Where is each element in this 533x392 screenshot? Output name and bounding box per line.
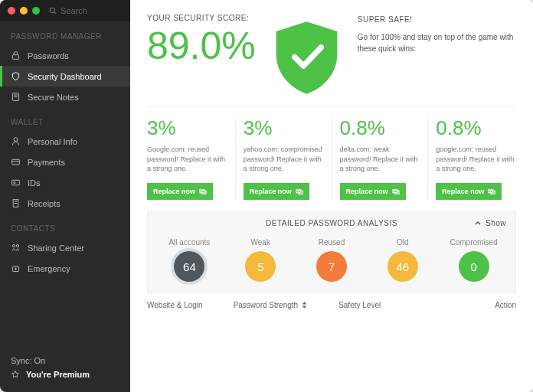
quick-win-card: 3% Google.com: reused password! Replace … bbox=[147, 116, 236, 200]
card-description: yahoo.com: compromised password! Replace… bbox=[244, 145, 324, 177]
svg-point-0 bbox=[50, 8, 54, 12]
analysis-weak[interactable]: Weak 5 bbox=[225, 238, 296, 282]
quick-wins-cards: 3% Google.com: reused password! Replace … bbox=[130, 107, 533, 211]
safety-tip: SUPER SAFE! Go for 100% and stay on top … bbox=[358, 14, 516, 97]
chevron-up-icon bbox=[474, 220, 482, 227]
search-icon bbox=[49, 7, 57, 15]
analysis-compromised[interactable]: Compromised 0 bbox=[438, 238, 509, 282]
premium-status: You're Premium bbox=[11, 368, 119, 381]
emergency-icon bbox=[11, 263, 21, 273]
shield-icon bbox=[11, 71, 21, 81]
sidebar-item-security-dashboard[interactable]: Security Dashboard bbox=[0, 66, 130, 87]
security-score: YOUR SECURITY SCORE: 89.0% bbox=[147, 14, 256, 97]
sidebar-item-emergency[interactable]: Emergency bbox=[0, 258, 130, 279]
sidebar-item-label: Emergency bbox=[28, 264, 70, 273]
card-percentage: 3% bbox=[147, 116, 227, 140]
search-input[interactable]: Search bbox=[49, 6, 123, 15]
analysis-toggle[interactable]: Show bbox=[474, 219, 506, 227]
sidebar-item-label: Secure Notes bbox=[28, 93, 79, 102]
card-description: Google.com: reused password! Replace it … bbox=[147, 145, 227, 177]
id-icon bbox=[11, 178, 21, 188]
window-titlebar: Search bbox=[0, 0, 130, 21]
analysis-circles: All accounts 64 Weak 5 Reused 7 Old 46 C… bbox=[148, 235, 515, 292]
sidebar-item-label: Passwords bbox=[28, 51, 69, 60]
replace-icon bbox=[392, 188, 400, 194]
sidebar-item-secure-notes[interactable]: Secure Notes bbox=[0, 87, 130, 107]
search-placeholder: Search bbox=[60, 6, 87, 15]
sidebar: Search PASSWORD MANAGER Passwords Securi… bbox=[0, 0, 130, 392]
replace-button[interactable]: Replace now bbox=[340, 183, 406, 200]
replace-icon bbox=[199, 188, 207, 194]
table-header-strength[interactable]: Password Strength bbox=[234, 301, 309, 309]
sidebar-item-passwords[interactable]: Passwords bbox=[0, 45, 130, 66]
replace-button[interactable]: Replace now bbox=[436, 183, 502, 200]
card-percentage: 0.8% bbox=[436, 116, 516, 140]
card-percentage: 3% bbox=[244, 116, 324, 140]
sidebar-item-label: Receipts bbox=[28, 199, 60, 208]
sync-status: Sync: On bbox=[11, 354, 119, 368]
card-percentage: 0.8% bbox=[340, 116, 420, 140]
analysis-all-accounts[interactable]: All accounts 64 bbox=[154, 238, 225, 282]
table-headers: Website & Login Password Strength Safety… bbox=[130, 293, 533, 309]
safe-title: SUPER SAFE! bbox=[358, 15, 516, 24]
note-icon bbox=[11, 92, 21, 102]
analysis-header: DETAILED PASSWORD ANALYSIS Show bbox=[148, 211, 515, 235]
score-label: YOUR SECURITY SCORE: bbox=[147, 14, 256, 22]
circle-value: 0 bbox=[459, 251, 489, 282]
svg-point-14 bbox=[12, 244, 15, 247]
card-description: delta.com: weak password! Replace it wit… bbox=[340, 145, 420, 177]
card-description: google.com: reused password! Replace it … bbox=[436, 145, 516, 177]
sidebar-item-sharing-center[interactable]: Sharing Center bbox=[0, 237, 130, 258]
lock-icon bbox=[11, 51, 21, 60]
svg-point-15 bbox=[16, 244, 18, 247]
sidebar-item-label: Sharing Center bbox=[28, 243, 84, 253]
score-value: 89.0% bbox=[147, 27, 256, 65]
quick-win-card: 0.8% delta.com: weak password! Replace i… bbox=[332, 116, 429, 200]
table-header-safety[interactable]: Safety Level bbox=[338, 301, 381, 309]
table-header-website[interactable]: Website & Login bbox=[147, 301, 203, 309]
receipt-icon bbox=[11, 198, 21, 208]
sidebar-item-label: Payments bbox=[28, 158, 65, 167]
close-window-button[interactable] bbox=[8, 7, 15, 15]
quick-win-card: 0.8% google.com: reused password! Replac… bbox=[428, 116, 516, 200]
card-icon bbox=[11, 157, 21, 167]
svg-rect-2 bbox=[12, 55, 18, 60]
sidebar-item-personal-info[interactable]: Personal Info bbox=[0, 131, 130, 152]
circle-value: 46 bbox=[387, 251, 418, 282]
sidebar-item-label: IDs bbox=[28, 178, 41, 188]
sidebar-item-label: Personal Info bbox=[28, 137, 77, 146]
circle-value: 7 bbox=[316, 251, 347, 282]
sidebar-section-header: PASSWORD MANAGER bbox=[0, 21, 130, 45]
circle-value: 5 bbox=[245, 251, 276, 282]
analysis-panel: DETAILED PASSWORD ANALYSIS Show All acco… bbox=[147, 211, 516, 293]
sidebar-section-header: CONTACTS bbox=[0, 214, 130, 237]
analysis-reused[interactable]: Reused 7 bbox=[296, 238, 368, 282]
replace-icon bbox=[296, 188, 303, 194]
person-icon bbox=[11, 136, 21, 146]
shield-check-icon bbox=[266, 17, 347, 97]
svg-line-1 bbox=[54, 12, 57, 15]
sidebar-item-payments[interactable]: Payments bbox=[0, 152, 130, 172]
svg-point-6 bbox=[14, 138, 18, 142]
table-header-action[interactable]: Action bbox=[495, 301, 516, 309]
replace-button[interactable]: Replace now bbox=[244, 183, 309, 200]
sidebar-footer: Sync: On You're Premium bbox=[0, 346, 130, 392]
safe-tip-text: Go for 100% and stay on top of the game … bbox=[358, 31, 516, 54]
replace-button[interactable]: Replace now bbox=[147, 183, 213, 200]
svg-rect-7 bbox=[12, 159, 20, 165]
sidebar-item-receipts[interactable]: Receipts bbox=[0, 193, 130, 214]
analysis-old[interactable]: Old 46 bbox=[367, 238, 438, 282]
sidebar-item-ids[interactable]: IDs bbox=[0, 172, 130, 193]
svg-point-10 bbox=[14, 181, 15, 183]
shield-graphic bbox=[266, 14, 347, 97]
replace-icon bbox=[488, 188, 495, 194]
minimize-window-button[interactable] bbox=[20, 7, 28, 15]
star-icon bbox=[11, 370, 20, 379]
maximize-window-button[interactable] bbox=[32, 7, 40, 15]
sort-icon bbox=[301, 302, 308, 309]
quick-win-card: 3% yahoo.com: compromised password! Repl… bbox=[236, 116, 332, 200]
share-icon bbox=[11, 243, 21, 253]
sidebar-item-label: Security Dashboard bbox=[28, 72, 102, 81]
main-content: YOUR SECURITY SCORE: 89.0% SUPER SAFE! G… bbox=[130, 0, 533, 392]
circle-value: 64 bbox=[174, 251, 204, 282]
